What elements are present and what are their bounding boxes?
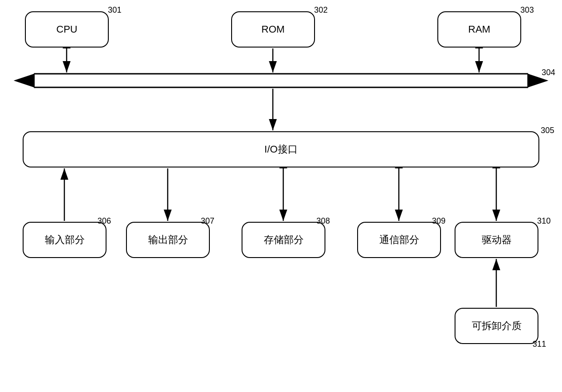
- comm-box: 通信部分: [357, 222, 441, 258]
- media-ref: 311: [533, 339, 546, 349]
- cpu-ref: 301: [108, 5, 121, 15]
- ram-label: RAM: [468, 24, 490, 35]
- rom-label: ROM: [262, 24, 285, 35]
- media-label: 可拆卸介质: [472, 319, 522, 333]
- ram-box: RAM: [437, 11, 521, 48]
- io-ref: 305: [541, 126, 554, 135]
- cpu-label: CPU: [56, 24, 77, 35]
- comm-label: 通信部分: [379, 233, 419, 247]
- input-label: 输入部分: [45, 233, 85, 247]
- media-box: 可拆卸介质: [455, 308, 538, 344]
- storage-ref: 308: [316, 216, 330, 226]
- ram-ref: 303: [520, 5, 534, 15]
- storage-box: 存储部分: [242, 222, 325, 258]
- rom-box: ROM: [231, 11, 315, 48]
- driver-box: 驱动器: [455, 222, 538, 258]
- driver-label: 驱动器: [482, 233, 512, 247]
- output-box: 输出部分: [126, 222, 210, 258]
- input-ref: 306: [97, 216, 111, 226]
- diagram: CPU 301 ROM 302 RAM 303 304 I/O接口 305 输入…: [0, 0, 562, 392]
- cpu-box: CPU: [25, 11, 109, 48]
- driver-ref: 310: [537, 216, 551, 226]
- output-label: 输出部分: [148, 233, 188, 247]
- input-box: 输入部分: [23, 222, 107, 258]
- io-label: I/O接口: [264, 143, 297, 156]
- storage-label: 存储部分: [264, 233, 304, 247]
- comm-ref: 309: [432, 216, 446, 226]
- output-ref: 307: [201, 216, 214, 226]
- svg-marker-5: [14, 74, 34, 87]
- rom-ref: 302: [314, 5, 328, 15]
- bus-ref: 304: [542, 68, 555, 77]
- io-box: I/O接口: [23, 131, 539, 167]
